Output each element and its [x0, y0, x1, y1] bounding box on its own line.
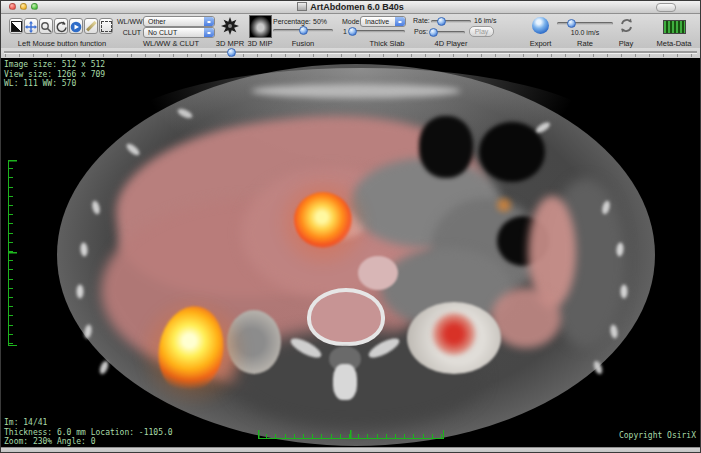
anatomy-spinous-process [333, 364, 357, 400]
anatomy-bowel-contrast-2 [491, 288, 561, 348]
popup-arrows-icon [395, 17, 405, 26]
player4d-rate-slider[interactable] [431, 20, 471, 23]
player4d-pos-slider[interactable] [431, 31, 465, 34]
zoom-tool-button[interactable] [39, 18, 53, 34]
toolbar-toggle-button[interactable] [656, 3, 676, 12]
thickslab-label: Thick Slab [357, 39, 417, 48]
anatomy-vertebral-body [307, 288, 385, 346]
fusion-percentage-value: 50% [313, 18, 327, 25]
circular-arrows-icon [618, 17, 635, 34]
export-button[interactable] [532, 17, 549, 34]
overlay-bottom-left: Im: 14/41Thickness: 6.0 mm Location: -11… [4, 418, 173, 447]
rotate-tool-button[interactable] [54, 18, 68, 34]
browse-tool-button[interactable] [69, 18, 83, 34]
mouse-function-label: Left Mouse button function [7, 39, 117, 48]
measure-tool-button[interactable] [84, 18, 98, 34]
thickslab-slider[interactable] [350, 30, 405, 33]
wlww-clut-label: WL/WW & CLUT [121, 39, 221, 48]
horizontal-scale-ruler [258, 430, 444, 439]
window-proxy-icon [297, 2, 307, 11]
rate-slider[interactable] [557, 22, 613, 25]
roi-rect-icon [101, 21, 112, 32]
thickslab-mode-label: Mode: [342, 18, 361, 25]
player4d-pos-label: Pos: [414, 28, 428, 35]
popup-arrows-icon [204, 17, 214, 26]
fusion-slider[interactable] [273, 29, 333, 32]
vertical-scale-ruler [8, 160, 17, 346]
image-position-track[interactable] [4, 51, 697, 53]
overlay-copyright: Copyright OsiriX [619, 431, 696, 441]
scan-canvas[interactable]: Image size: 512 x 512View size: 1266 x 7… [1, 58, 700, 447]
play-button[interactable] [618, 17, 635, 38]
metadata-label: Meta-Data [651, 39, 697, 48]
clut-label: CLUT [117, 29, 141, 36]
pan-tool-button[interactable] [24, 18, 38, 34]
pet-hotspot-center [294, 192, 352, 248]
anatomy-fascia-line [251, 84, 461, 98]
mip-button[interactable] [249, 15, 272, 38]
player4d-rate-label: Rate: [413, 17, 430, 24]
app-window: ArtAbdomen 6.0 B40s Left Mouse button fu… [0, 0, 701, 453]
wlww-label: WL/WW [117, 18, 141, 25]
image-position-ticks [5, 54, 696, 57]
toolbar: Left Mouse button function WL/WW Other C… [1, 14, 700, 49]
mip-thumbnail-icon [250, 16, 271, 37]
anatomy-rib [621, 285, 628, 299]
anatomy-air-pocket-1 [419, 116, 473, 178]
metadata-icon [664, 21, 685, 33]
anatomy-aorta [358, 256, 398, 290]
fusion-label: Fusion [273, 39, 333, 48]
player4d-pos-thumb[interactable] [429, 28, 438, 37]
overlay-top-left: Image size: 512 x 512View size: 1266 x 7… [4, 60, 105, 89]
image-position-thumb[interactable] [227, 48, 236, 57]
metadata-button[interactable] [663, 20, 686, 34]
player4d-rate-value: 16 im/s [474, 17, 497, 24]
measure-line-icon [86, 21, 96, 31]
gear-icon [220, 16, 240, 36]
play-label: Play [606, 39, 646, 48]
anatomy-rib [98, 360, 110, 376]
player4d-rate-thumb[interactable] [437, 17, 446, 26]
anatomy-rib [77, 285, 84, 299]
clut-popup[interactable]: No CLUT [143, 27, 215, 38]
magnifier-icon [40, 21, 52, 33]
popup-arrows-icon [204, 28, 214, 37]
thickslab-mode-popup[interactable]: Inactive [360, 16, 406, 27]
player4d-play-button[interactable]: Play [469, 26, 494, 37]
roi-tool-button[interactable] [99, 18, 113, 34]
browse-icon [70, 21, 82, 33]
rate-slider-thumb[interactable] [567, 19, 576, 28]
pan-icon [25, 21, 37, 33]
rate-label: Rate [557, 39, 613, 48]
player4d-label: 4D Player [421, 39, 481, 48]
thickslab-value: 1 [343, 28, 347, 35]
title-bar: ArtAbdomen 6.0 B40s [1, 1, 700, 14]
window-title: ArtAbdomen 6.0 B40s [1, 2, 700, 12]
window-bottom-edge [1, 447, 700, 453]
rate-value: 10.0 im/s [557, 29, 613, 36]
wlww-popup[interactable]: Other [143, 16, 215, 27]
contrast-tool-button[interactable] [9, 18, 23, 34]
fusion-slider-thumb[interactable] [299, 26, 308, 35]
thickslab-slider-thumb[interactable] [348, 27, 357, 36]
rotate-icon [55, 21, 67, 33]
pet-hotspot-small [493, 196, 515, 214]
pet-hotspot-kidney [431, 312, 477, 356]
fusion-percentage-label: Percentage: [273, 18, 311, 25]
contrast-icon [11, 21, 22, 32]
mpr-button[interactable] [220, 16, 240, 40]
